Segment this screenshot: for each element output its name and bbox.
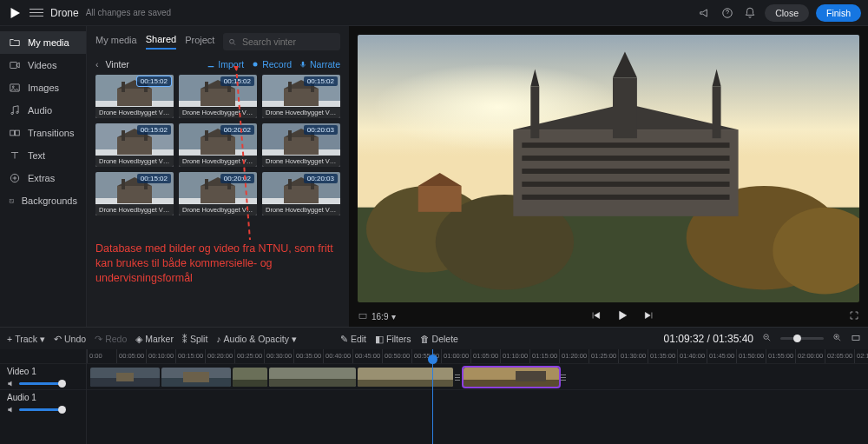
svg-rect-84 — [522, 142, 729, 148]
next-button[interactable] — [643, 309, 655, 323]
help-icon[interactable] — [720, 5, 735, 21]
svg-rect-86 — [522, 169, 729, 174]
clip-selected[interactable] — [464, 368, 559, 387]
import-button[interactable]: Import — [207, 59, 244, 70]
media-clip[interactable]: 00:15:02Drone Hovedbygget Vinter 6 — [95, 172, 174, 215]
video-track-row[interactable] — [87, 363, 868, 389]
fullscreen-button[interactable] — [849, 310, 859, 322]
redo-button[interactable]: ↷ Redo — [95, 334, 127, 344]
ruler-tick: 02:00:00 — [795, 349, 825, 363]
clip[interactable] — [269, 368, 356, 387]
search-input-wrap[interactable] — [223, 33, 340, 50]
clip[interactable] — [90, 368, 160, 387]
aspect-button[interactable]: 16:9▾ — [358, 311, 396, 321]
sidebar-item-extras[interactable]: Extras — [0, 167, 86, 189]
svg-point-3 — [12, 86, 14, 88]
sidebar-item-text[interactable]: Text — [0, 144, 86, 167]
ruler-tick: 00:30:00 — [264, 349, 293, 363]
record-button[interactable]: Record — [251, 59, 292, 70]
svg-rect-65 — [288, 179, 292, 189]
playhead[interactable] — [432, 349, 433, 444]
video-volume-slider[interactable] — [19, 382, 62, 385]
timeline-toolbar: + Track ▾ ↶ Undo ↷ Redo ◈ Marker ⁑ Split… — [0, 327, 868, 349]
add-track-button[interactable]: + Track ▾ — [7, 334, 45, 344]
split-button[interactable]: ⁑ Split — [182, 334, 207, 344]
audio-track-head[interactable]: Audio 1 — [0, 389, 86, 415]
finish-button[interactable]: Finish — [816, 4, 861, 22]
ruler-tick: 00:35:00 — [293, 349, 323, 363]
audio-opacity-button[interactable]: ♪ Audio & Opacity ▾ — [216, 334, 297, 344]
video-track-head[interactable]: Video 1 — [0, 363, 86, 389]
media-clip[interactable]: 00:20:02Drone Hovedbygget Vinter 19 — [179, 123, 257, 167]
media-clip[interactable]: 00:15:02Drone Hovedbygget Vinter 11 — [95, 123, 174, 167]
clip-duration: 00:15:02 — [137, 76, 171, 86]
filters-button[interactable]: ◧ Filters — [375, 334, 411, 344]
media-clip[interactable]: 00:15:02Drone Hovedbygget Vinter 10 — [262, 75, 340, 118]
video-icon — [9, 59, 21, 71]
sidebar-item-videos[interactable]: Videos — [0, 54, 86, 76]
audio-track-row[interactable] — [87, 389, 868, 415]
clip[interactable] — [161, 368, 231, 387]
trim-handle[interactable] — [561, 369, 566, 385]
svg-rect-82 — [613, 77, 637, 138]
clip-caption: Drone Hovedbygget Vinter 9 — [262, 156, 340, 167]
media-clip[interactable]: 00:20:03Drone Hovedbygget Vinter 8 — [262, 172, 340, 215]
svg-rect-88 — [522, 195, 729, 200]
sidebar-item-images[interactable]: Images — [0, 76, 86, 99]
svg-point-10 — [230, 39, 234, 43]
media-clip[interactable]: 00:15:02Drone Hovedbygget Vinter 12 — [179, 75, 257, 118]
speaker-icon — [7, 406, 15, 414]
ruler-tick: 02:10:00 — [854, 349, 868, 363]
audio-volume-slider[interactable] — [19, 408, 62, 411]
edit-button[interactable]: ✎ Edit — [340, 334, 366, 344]
marker-button[interactable]: ◈ Marker — [135, 334, 174, 344]
svg-point-5 — [16, 111, 18, 113]
sidebar-item-audio[interactable]: Audio — [0, 99, 86, 122]
clip[interactable] — [358, 368, 453, 387]
preview-panel: 16:9▾ — [349, 26, 868, 327]
svg-rect-29 — [288, 82, 292, 92]
media-tab-project[interactable]: Project — [185, 35, 214, 49]
sidebar-item-my-media[interactable]: My media — [0, 31, 86, 54]
search-input[interactable] — [242, 36, 335, 47]
back-icon[interactable]: ‹ — [95, 59, 99, 70]
announce-icon[interactable] — [697, 5, 713, 21]
backgrounds-icon — [9, 195, 15, 207]
zoom-slider[interactable] — [780, 337, 824, 340]
sidebar-item-transitions[interactable]: Transitions — [0, 122, 86, 144]
app-logo[interactable] — [7, 5, 23, 21]
media-clip[interactable]: 00:20:02Drone Hovedbygget Vinter 7 — [179, 172, 257, 215]
media-clip[interactable]: 00:15:02Drone Hovedbygget Vinter 14 — [95, 75, 174, 118]
ruler-tick: 01:25:00 — [589, 349, 618, 363]
chevron-down-icon: ▾ — [391, 312, 396, 321]
bell-icon[interactable] — [742, 5, 758, 21]
sidebar-item-backgrounds[interactable]: Backgrounds — [0, 189, 86, 212]
trim-handle[interactable] — [455, 369, 460, 385]
media-tab-my-media[interactable]: My media — [95, 35, 137, 49]
audio-icon — [9, 104, 21, 116]
time-ruler[interactable]: 0:0000:05:0000:10:0000:15:0000:20:0000:2… — [87, 349, 868, 363]
delete-button[interactable]: 🗑 Delete — [420, 334, 458, 344]
media-clip[interactable]: 00:20:03Drone Hovedbygget Vinter 9 — [262, 123, 340, 167]
clip-caption: Drone Hovedbygget Vinter 10 — [262, 107, 340, 118]
undo-button[interactable]: ↶ Undo — [54, 334, 86, 344]
breadcrumb[interactable]: Vinter — [106, 59, 129, 70]
sidebar: My media Videos Images Audio Transitions… — [0, 26, 87, 327]
media-tab-shared[interactable]: Shared — [146, 34, 176, 50]
prev-button[interactable] — [589, 309, 602, 323]
menu-icon[interactable] — [30, 9, 43, 17]
close-button[interactable]: Close — [765, 4, 809, 22]
ruler-tick: 01:00:00 — [441, 349, 470, 363]
fit-button[interactable] — [851, 333, 861, 345]
media-panel: My media Shared Project ‹ Vinter Import … — [87, 26, 349, 327]
preview-video[interactable] — [358, 35, 859, 302]
clip[interactable] — [233, 368, 267, 387]
zoom-in-icon[interactable] — [832, 333, 842, 344]
timeline: Video 1 Audio 1 0:0000:05:0000:10:0000:1… — [0, 349, 868, 444]
zoom-out-icon[interactable] — [762, 333, 772, 344]
svg-rect-80 — [713, 86, 721, 138]
ruler-tick: 01:55:00 — [766, 349, 795, 363]
play-button[interactable] — [615, 308, 629, 324]
narrate-button[interactable]: Narrate — [299, 59, 340, 70]
clip-caption: Drone Hovedbygget Vinter 8 — [262, 204, 340, 215]
